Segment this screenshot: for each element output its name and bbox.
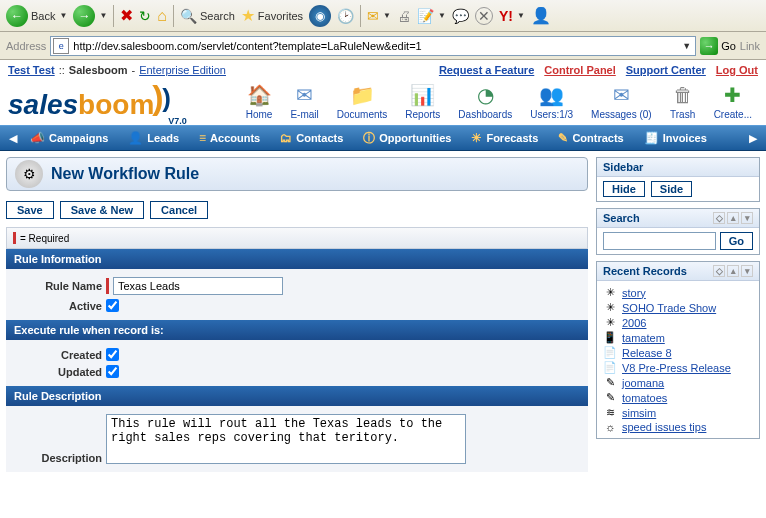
main: ⚙ New Workflow Rule Save Save & New Canc… — [0, 151, 766, 478]
record-link[interactable]: SOHO Trade Show — [622, 302, 716, 314]
yahoo-button[interactable]: Y!▼ — [499, 8, 525, 24]
links-label: Link — [740, 40, 760, 52]
control-panel-link[interactable]: Control Panel — [544, 64, 616, 76]
back-button[interactable]: ← Back ▼ — [6, 5, 67, 27]
nav-right-arrow[interactable]: ▶ — [746, 132, 760, 145]
yahoo-icon: Y! — [499, 8, 513, 24]
record-link[interactable]: tamatem — [622, 332, 665, 344]
mail-button[interactable]: ✉▼ — [367, 8, 391, 24]
nav-campaigns[interactable]: 📣Campaigns — [20, 125, 118, 151]
record-link[interactable]: speed issues tips — [622, 421, 706, 433]
forward-button[interactable]: → ▼ — [73, 5, 107, 27]
nav-opportunities[interactable]: ⓘOpportunities — [353, 125, 461, 151]
shortcut-users-[interactable]: 👥Users:1/3 — [530, 83, 573, 120]
search-title: Search ◇ ▴ ▾ — [597, 209, 759, 228]
shortcut-e-mail[interactable]: ✉E-mail — [290, 83, 318, 120]
active-checkbox[interactable] — [106, 299, 119, 312]
shortcut-messages-[interactable]: ✉Messages (0) — [591, 83, 652, 120]
shortcut-dashboards[interactable]: ◔Dashboards — [458, 83, 512, 120]
edition-link[interactable]: Enterprise Edition — [139, 64, 226, 76]
collapse-icon[interactable]: ◇ — [713, 212, 725, 224]
edit-button[interactable]: 📝▼ — [417, 8, 446, 24]
move-up-icon[interactable]: ▴ — [727, 265, 739, 277]
support-center-link[interactable]: Support Center — [626, 64, 706, 76]
nav-forecasts[interactable]: ☀Forecasts — [461, 125, 548, 151]
shortcut-icon: ✉ — [292, 83, 318, 107]
record-link[interactable]: V8 Pre-Press Release — [622, 362, 731, 374]
updated-checkbox[interactable] — [106, 365, 119, 378]
request-feature-link[interactable]: Request a Feature — [439, 64, 534, 76]
search-go-button[interactable]: Go — [720, 232, 753, 250]
url-input[interactable] — [69, 40, 680, 52]
record-link[interactable]: 2006 — [622, 317, 646, 329]
nav-label: Opportunities — [379, 132, 451, 144]
chevron-down-icon: ▼ — [99, 11, 107, 20]
nav-label: Contracts — [572, 132, 623, 144]
go-button[interactable]: → Go — [700, 37, 736, 55]
shortcut-label: Dashboards — [458, 109, 512, 120]
stop-button[interactable]: ✖ — [120, 6, 133, 25]
record-icon: ✎ — [603, 391, 617, 404]
list-item: ≋simsim — [603, 405, 753, 420]
nav-left-arrow[interactable]: ◀ — [6, 132, 20, 145]
nav-accounts[interactable]: ≡Accounts — [189, 125, 270, 151]
home-button[interactable]: ⌂ — [157, 7, 167, 25]
shortcut-label: Create... — [714, 109, 752, 120]
search-input[interactable] — [603, 232, 716, 250]
shortcut-create-[interactable]: ✚Create... — [714, 83, 752, 120]
forward-icon: → — [73, 5, 95, 27]
recent-title: Recent Records ◇ ▴ ▾ — [597, 262, 759, 281]
created-checkbox[interactable] — [106, 348, 119, 361]
move-down-icon[interactable]: ▾ — [741, 265, 753, 277]
shortcut-home[interactable]: 🏠Home — [246, 83, 273, 120]
address-input-wrap[interactable]: e ▼ — [50, 36, 696, 56]
refresh-button[interactable]: ↻ — [139, 8, 151, 24]
nav-invoices[interactable]: 🧾Invoices — [634, 125, 717, 151]
hide-button[interactable]: Hide — [603, 181, 645, 197]
logo-version: V7.0 — [168, 116, 187, 126]
shortcut-documents[interactable]: 📁Documents — [337, 83, 388, 120]
side-button[interactable]: Side — [651, 181, 692, 197]
shortcut-reports[interactable]: 📊Reports — [405, 83, 440, 120]
description-label: Description — [10, 452, 106, 464]
description-textarea[interactable] — [106, 414, 466, 464]
save-button[interactable]: Save — [6, 201, 54, 219]
favorites-button[interactable]: ★ Favorites — [241, 6, 303, 25]
shortcut-icon: ✉ — [608, 83, 634, 107]
logo-swoosh-icon — [154, 84, 188, 114]
nav-leads[interactable]: 👤Leads — [118, 125, 189, 151]
collapse-icon[interactable]: ◇ — [713, 265, 725, 277]
chevron-down-icon[interactable]: ▼ — [680, 41, 693, 51]
media-button[interactable]: ◉ — [309, 5, 331, 27]
nav-contacts[interactable]: 🗂Contacts — [270, 125, 353, 151]
record-link[interactable]: simsim — [622, 407, 656, 419]
save-new-button[interactable]: Save & New — [60, 201, 144, 219]
record-link[interactable]: story — [622, 287, 646, 299]
move-down-icon[interactable]: ▾ — [741, 212, 753, 224]
popup-blocker-icon[interactable]: ✕ — [475, 7, 493, 25]
history-button[interactable]: 🕑 — [337, 8, 354, 24]
user-link[interactable]: Test Test — [8, 64, 55, 76]
messenger-button[interactable]: 👤 — [531, 6, 551, 25]
separator — [360, 5, 361, 27]
move-up-icon[interactable]: ▴ — [727, 212, 739, 224]
shortcut-trash[interactable]: 🗑Trash — [670, 83, 696, 120]
search-button[interactable]: 🔍 Search — [180, 8, 235, 24]
record-link[interactable]: tomatoes — [622, 392, 667, 404]
required-bar-icon — [13, 232, 16, 244]
shortcut-icon: 🏠 — [246, 83, 272, 107]
record-icon: 📄 — [603, 361, 617, 374]
discuss-button[interactable]: 💬 — [452, 8, 469, 24]
rule-name-input[interactable] — [113, 277, 283, 295]
cancel-button[interactable]: Cancel — [150, 201, 208, 219]
page-header: ⚙ New Workflow Rule — [6, 157, 588, 191]
record-link[interactable]: Release 8 — [622, 347, 672, 359]
record-icon: ✳ — [603, 286, 617, 299]
list-item: 📱tamatem — [603, 330, 753, 345]
record-link[interactable]: joomana — [622, 377, 664, 389]
required-mark-icon — [106, 278, 109, 294]
section-execute: Execute rule when record is: — [6, 320, 588, 340]
nav-contracts[interactable]: ✎Contracts — [548, 125, 633, 151]
print-button[interactable]: 🖨 — [397, 8, 411, 24]
logout-link[interactable]: Log Out — [716, 64, 758, 76]
